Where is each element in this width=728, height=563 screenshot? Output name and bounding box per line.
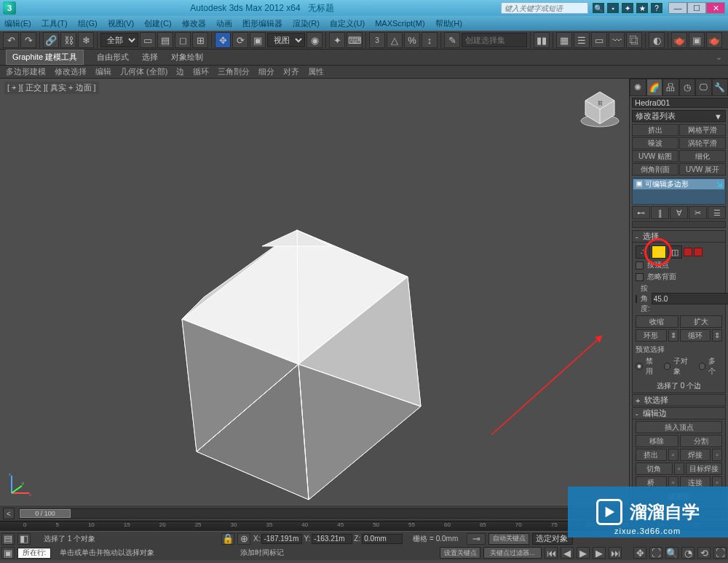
orbit-icon[interactable]: ⟲ (697, 547, 711, 559)
loop-spinner[interactable]: ⇕ (712, 329, 722, 342)
menu-rendering[interactable]: 渲染(R) (293, 18, 320, 29)
menu-create[interactable]: 创建(C) (144, 18, 171, 29)
remove-modifier-icon[interactable]: ✂ (689, 206, 707, 219)
remove-button[interactable]: 移除 (636, 435, 678, 447)
chamfer-settings-icon[interactable]: ▫ (674, 462, 684, 475)
weld-settings-icon[interactable]: ▫ (712, 449, 722, 461)
edit-named-sel-icon[interactable]: ✎ (444, 32, 460, 48)
ribbon-tab-modeling[interactable]: Graphite 建模工具 (6, 50, 84, 65)
rectangular-region-icon[interactable]: ◻ (175, 32, 191, 48)
subribbon-geometry[interactable]: 几何体 (全部) (120, 66, 167, 77)
timeslider-prev-icon[interactable]: < (3, 508, 15, 519)
layer-manager-icon[interactable]: ☰ (574, 32, 590, 48)
mod-extrude[interactable]: 挤出 (632, 124, 678, 136)
fov-icon[interactable]: ◔ (681, 547, 695, 559)
subobj-vertex-icon[interactable]: ∴ (636, 245, 650, 259)
create-tab-icon[interactable]: ✺ (630, 79, 646, 96)
ribbon-expand-icon[interactable]: ⌄ (716, 52, 722, 62)
lock-selection-icon[interactable]: 🔒 (221, 533, 234, 545)
menu-tools[interactable]: 工具(T) (41, 18, 68, 29)
loop-button[interactable]: 循环 (680, 329, 711, 342)
subobj-element-icon[interactable] (694, 248, 703, 256)
preview-off-radio[interactable] (636, 363, 643, 370)
maximize-button[interactable]: ☐ (687, 2, 706, 14)
subribbon-align[interactable]: 对齐 (283, 66, 299, 77)
menu-modifiers[interactable]: 修改器 (182, 18, 206, 29)
x-input[interactable] (261, 534, 302, 544)
curve-editor-icon[interactable]: 〰 (609, 32, 625, 48)
weld-button[interactable]: 焊接 (680, 449, 711, 461)
ring-spinner[interactable]: ⇕ (668, 329, 678, 342)
grow-button[interactable]: 扩大 (680, 315, 723, 328)
ring-button[interactable]: 环形 (636, 329, 667, 342)
mirror-icon[interactable]: ▮▮ (534, 32, 550, 48)
play-start-icon[interactable]: ⏮ (545, 547, 558, 559)
modifier-list-dropdown[interactable]: 修改器列表▼ (632, 110, 726, 122)
play-icon[interactable]: ▶ (577, 547, 590, 559)
subribbon-tri[interactable]: 三角剖分 (218, 66, 250, 77)
material-editor-icon[interactable]: ◐ (649, 32, 665, 48)
select-move-icon[interactable]: ✥ (215, 32, 231, 48)
pivot-icon[interactable]: ◉ (306, 32, 323, 48)
maxscript-mini-icon[interactable]: ▤ (1, 533, 15, 545)
play-prev-icon[interactable]: ◀ (561, 547, 574, 559)
mod-meshsmooth[interactable]: 网格平滑 (679, 124, 726, 136)
utilities-tab-icon[interactable]: 🔧 (712, 79, 729, 96)
menu-maxscript[interactable]: MAXScript(M) (375, 19, 424, 28)
insert-vertex-button[interactable]: 插入顶点 (636, 421, 722, 433)
rollout-soft-selection-header[interactable]: +软选择 (632, 394, 726, 406)
configure-sets-icon[interactable]: ☰ (708, 206, 726, 219)
spinner-snap-icon[interactable]: ↕ (422, 32, 438, 48)
subobj-edge-icon[interactable]: ◁ (652, 245, 666, 259)
shrink-button[interactable]: 收缩 (636, 315, 678, 328)
play-next-icon[interactable]: ▶ (593, 547, 606, 559)
mod-turbosmooth[interactable]: 涡轮平滑 (679, 137, 726, 149)
zoom-icon[interactable]: 🔍 (665, 547, 678, 559)
favorites-btn[interactable]: ★ (636, 3, 648, 13)
subribbon-edit[interactable]: 编辑 (95, 66, 111, 77)
menu-graph-editors[interactable]: 图形编辑器 (242, 18, 282, 29)
exchange-btn[interactable]: ✦ (622, 3, 633, 13)
extrude-settings-icon[interactable]: ▫ (668, 449, 678, 461)
key-mode-icon[interactable]: ⊸ (467, 533, 486, 545)
graphite-toggle-icon[interactable]: ▭ (591, 32, 607, 48)
subribbon-polymodel[interactable]: 多边形建模 (6, 66, 46, 77)
infocenter-btn[interactable]: 🔍 (593, 3, 604, 13)
zoom-extents-icon[interactable]: ⛶ (649, 547, 662, 559)
ribbon-tab-freeform[interactable]: 自由形式 (97, 52, 129, 63)
display-tab-icon[interactable]: 🖵 (695, 79, 712, 96)
z-input[interactable] (362, 534, 403, 544)
subobj-polygon-icon[interactable] (684, 248, 692, 256)
undo-icon[interactable]: ↶ (3, 32, 19, 48)
auto-key-button[interactable]: 自动关键点 (488, 533, 529, 545)
subribbon-subdiv[interactable]: 细分 (258, 66, 274, 77)
subscription-btn[interactable]: ⋆ (607, 3, 619, 13)
ribbon-tab-selection[interactable]: 选择 (142, 52, 158, 63)
subribbon-props[interactable]: 属性 (308, 66, 324, 77)
window-crossing-icon[interactable]: ⊞ (192, 32, 208, 48)
goto-line-button[interactable]: 所在行: (17, 548, 51, 559)
schematic-view-icon[interactable]: ⿻ (626, 32, 642, 48)
reference-coord[interactable]: 视图 (267, 33, 305, 47)
stack-item-editable-poly[interactable]: ▣ 可编辑多边形⇲ (633, 179, 724, 189)
viewport-orthographic[interactable]: [ + ][ 正交 ][ 真实 + 边面 ] (0, 79, 630, 505)
subribbon-edges[interactable]: 边 (176, 66, 184, 77)
manipulate-icon[interactable]: ✦ (329, 32, 345, 48)
motion-tab-icon[interactable]: ◷ (679, 79, 696, 96)
redo-icon[interactable]: ↷ (20, 32, 36, 48)
select-object-icon[interactable]: ▭ (140, 32, 156, 48)
show-end-result-icon[interactable]: ‖ (651, 206, 669, 219)
ribbon-tab-paint[interactable]: 对象绘制 (171, 52, 203, 63)
menu-edit[interactable]: 编辑(E) (4, 18, 31, 29)
help-btn[interactable]: ? (651, 3, 662, 13)
select-scale-icon[interactable]: ▣ (250, 32, 266, 48)
modify-tab-icon[interactable]: 🌈 (646, 79, 663, 96)
snap-toggle-icon[interactable]: 3 (369, 32, 385, 48)
mod-tessellate[interactable]: 细化 (679, 150, 726, 162)
by-angle-spinner[interactable] (652, 293, 728, 304)
selection-filter[interactable]: 全部 (100, 33, 138, 47)
mod-uvw-map[interactable]: UVW 贴图 (632, 150, 678, 162)
help-search-input[interactable] (501, 2, 588, 14)
subribbon-loops[interactable]: 循环 (193, 66, 209, 77)
minimize-button[interactable]: — (668, 2, 687, 14)
